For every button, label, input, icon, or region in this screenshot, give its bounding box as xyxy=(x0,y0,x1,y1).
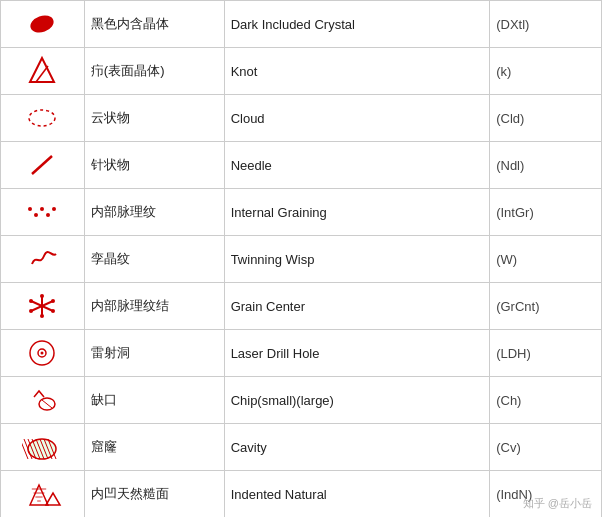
svg-point-14 xyxy=(40,314,44,318)
svg-line-4 xyxy=(32,156,52,174)
code-label-grain-center: (GrCnt) xyxy=(490,283,602,330)
chinese-label-dark-included-crystal: 黑色内含晶体 xyxy=(84,1,224,48)
english-label-dark-included-crystal: Dark Included Crystal xyxy=(224,1,490,48)
chinese-label-indented-natural: 内凹天然糙面 xyxy=(84,471,224,518)
svg-line-23 xyxy=(42,400,52,408)
svg-point-3 xyxy=(29,110,55,126)
english-label-cloud: Cloud xyxy=(224,95,490,142)
english-label-internal-graining: Internal Graining xyxy=(224,189,490,236)
table-row: 内部脉理纹Internal Graining(IntGr) xyxy=(1,189,602,236)
icon-cell-cloud xyxy=(1,95,85,142)
svg-point-21 xyxy=(41,352,44,355)
svg-point-6 xyxy=(34,213,38,217)
code-label-needle: (Ndl) xyxy=(490,142,602,189)
chinese-label-twinning-wisp: 孪晶纹 xyxy=(84,236,224,283)
icon-cell-grain-center xyxy=(1,283,85,330)
svg-point-7 xyxy=(40,207,44,211)
table-row: 内部脉理纹结Grain Center(GrCnt) xyxy=(1,283,602,330)
svg-marker-38 xyxy=(46,493,60,505)
svg-point-0 xyxy=(28,12,56,35)
code-label-cavity: (Cv) xyxy=(490,424,602,471)
english-label-cavity: Cavity xyxy=(224,424,490,471)
svg-point-17 xyxy=(51,299,55,303)
chinese-label-grain-center: 内部脉理纹结 xyxy=(84,283,224,330)
code-label-dark-included-crystal: (DXtl) xyxy=(490,1,602,48)
english-label-chip: Chip(small)(large) xyxy=(224,377,490,424)
table-row: 窟窿Cavity(Cv) xyxy=(1,424,602,471)
table-row: 缺口Chip(small)(large)(Ch) xyxy=(1,377,602,424)
svg-point-16 xyxy=(51,309,55,313)
chinese-label-cloud: 云状物 xyxy=(84,95,224,142)
icon-cell-internal-graining xyxy=(1,189,85,236)
english-label-laser-drill-hole: Laser Drill Hole xyxy=(224,330,490,377)
english-label-indented-natural: Indented Natural xyxy=(224,471,490,518)
inclusion-table: 黑色内含晶体Dark Included Crystal(DXtl)疖(表面晶体)… xyxy=(0,0,602,517)
table-row: 内凹天然糙面Indented Natural(IndN) xyxy=(1,471,602,518)
icon-cell-laser-drill-hole xyxy=(1,330,85,377)
code-label-chip: (Ch) xyxy=(490,377,602,424)
chinese-label-knot: 疖(表面晶体) xyxy=(84,48,224,95)
svg-point-18 xyxy=(29,309,33,313)
svg-point-15 xyxy=(29,299,33,303)
code-label-laser-drill-hole: (LDH) xyxy=(490,330,602,377)
svg-marker-33 xyxy=(30,485,48,505)
icon-cell-chip xyxy=(1,377,85,424)
table-row: 云状物Cloud(Cld) xyxy=(1,95,602,142)
chinese-label-needle: 针状物 xyxy=(84,142,224,189)
svg-marker-1 xyxy=(30,58,54,82)
table-row: 雷射洞Laser Drill Hole(LDH) xyxy=(1,330,602,377)
watermark: 知乎 @岳小岳 xyxy=(523,496,592,511)
english-label-twinning-wisp: Twinning Wisp xyxy=(224,236,490,283)
english-label-needle: Needle xyxy=(224,142,490,189)
table-row: 疖(表面晶体)Knot(k) xyxy=(1,48,602,95)
chinese-label-laser-drill-hole: 雷射洞 xyxy=(84,330,224,377)
code-label-knot: (k) xyxy=(490,48,602,95)
table-row: 孪晶纹Twinning Wisp(W) xyxy=(1,236,602,283)
code-label-cloud: (Cld) xyxy=(490,95,602,142)
svg-point-5 xyxy=(28,207,32,211)
english-label-knot: Knot xyxy=(224,48,490,95)
icon-cell-dark-included-crystal xyxy=(1,1,85,48)
svg-point-8 xyxy=(46,213,50,217)
chinese-label-internal-graining: 内部脉理纹 xyxy=(84,189,224,236)
icon-cell-knot xyxy=(1,48,85,95)
svg-point-9 xyxy=(52,207,56,211)
icon-cell-cavity xyxy=(1,424,85,471)
chinese-label-cavity: 窟窿 xyxy=(84,424,224,471)
svg-point-13 xyxy=(40,294,44,298)
table-row: 黑色内含晶体Dark Included Crystal(DXtl) xyxy=(1,1,602,48)
chinese-label-chip: 缺口 xyxy=(84,377,224,424)
code-label-internal-graining: (IntGr) xyxy=(490,189,602,236)
code-label-twinning-wisp: (W) xyxy=(490,236,602,283)
table-row: 针状物Needle(Ndl) xyxy=(1,142,602,189)
icon-cell-twinning-wisp xyxy=(1,236,85,283)
english-label-grain-center: Grain Center xyxy=(224,283,490,330)
icon-cell-needle xyxy=(1,142,85,189)
icon-cell-indented-natural xyxy=(1,471,85,518)
